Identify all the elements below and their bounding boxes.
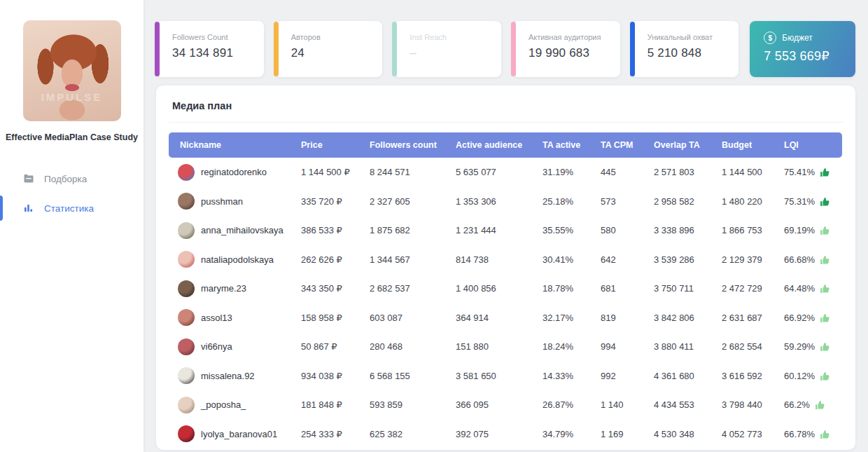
ta-cpm-cell: 819 (601, 313, 654, 323)
overlap-ta-cell: 2 958 582 (654, 196, 722, 207)
sidebar-item-podborka[interactable]: Подборка (0, 165, 144, 193)
cover-photo (23, 20, 121, 121)
stat-label: Followers Count (172, 33, 257, 41)
table-row[interactable]: _poposha_ 181 848 ₽ 593 859 366 095 26.8… (169, 390, 842, 420)
sidebar: IMPULSE Effective MediaPlan Case Study П… (0, 0, 144, 452)
avatar (178, 280, 195, 297)
stat-card-inst-reach: Inst Reach – (393, 21, 501, 77)
lqi-cell: 66.68% (784, 254, 842, 266)
overlap-ta-cell: 3 842 806 (654, 313, 722, 323)
budget-cell: 2 472 729 (722, 283, 784, 294)
active-audience-cell: 5 635 077 (456, 167, 542, 177)
table-row[interactable]: assol13 158 958 ₽ 603 087 364 914 32.17%… (169, 303, 842, 333)
ta-cpm-cell: 681 (601, 283, 654, 294)
ta-cpm-cell: 994 (601, 341, 654, 352)
avatar (178, 309, 195, 326)
budget-cell: 2 129 379 (722, 254, 784, 265)
lqi-cell: 64.48% (784, 282, 842, 294)
stat-value: – (410, 46, 494, 60)
active-audience-cell: 3 581 650 (456, 371, 542, 381)
active-audience-cell: 366 095 (456, 399, 542, 410)
cover-watermark: IMPULSE (23, 91, 121, 103)
overlap-ta-cell: 3 539 286 (654, 254, 722, 265)
stat-value: 19 990 683 (528, 46, 613, 60)
stat-card-unique-reach: Уникальный охват 5 210 848 (631, 21, 739, 77)
nickname: lyolya_baranova01 (201, 429, 277, 439)
case-cover-image: IMPULSE (23, 20, 121, 121)
table-body: reginatodorenko 1 144 500 ₽ 8 244 571 5 … (169, 158, 842, 448)
followers-cell: 2 682 537 (370, 283, 456, 294)
thumbs-up-icon (820, 313, 830, 324)
sidebar-nav: Подборка Статистика (0, 165, 144, 222)
thumbs-up-icon (820, 226, 830, 236)
price-cell: 181 848 ₽ (301, 399, 370, 410)
nickname: nataliapodolskaya (201, 254, 274, 265)
lqi-cell: 66.2% (784, 399, 842, 411)
thumbs-up-icon (820, 197, 830, 207)
stat-label: Авторов (291, 33, 376, 41)
panel-title: Медиа план (169, 96, 843, 123)
followers-cell: 1 875 682 (370, 225, 456, 235)
overlap-ta-cell: 2 571 803 (654, 167, 722, 177)
table-row[interactable]: missalena.92 934 038 ₽ 6 568 155 3 581 6… (169, 362, 842, 391)
nickname: _poposha_ (201, 399, 246, 410)
media-plan-panel: Медиа план NicknamePriceFollowers countA… (156, 85, 855, 450)
ta-active-cell: 35.55% (542, 225, 601, 235)
thumbs-up-icon (820, 284, 830, 294)
column-header: Followers count (370, 140, 456, 150)
sidebar-item-label: Подборка (44, 174, 87, 184)
budget-cell: 1 144 500 (722, 167, 784, 177)
price-cell: 343 350 ₽ (301, 283, 370, 294)
overlap-ta-cell: 3 338 896 (654, 225, 722, 235)
thumbs-up-icon (820, 371, 830, 382)
case-title: Effective MediaPlan Case Study (0, 132, 144, 142)
lqi-value: 64.48% (784, 283, 815, 294)
stat-card-authors: Авторов 24 (275, 21, 383, 77)
column-header: TA active (542, 140, 601, 150)
table-row[interactable]: anna_mihailovskaya 386 533 ₽ 1 875 682 1… (169, 216, 842, 245)
price-cell: 1 144 500 ₽ (301, 167, 370, 177)
budget-cell: 1 480 220 (722, 196, 784, 207)
stat-cards-row: Followers Count 34 134 891 Авторов 24 In… (156, 21, 855, 77)
followers-cell: 2 327 605 (370, 196, 456, 207)
stat-label: Бюджет (782, 33, 812, 43)
price-cell: 262 626 ₽ (301, 254, 370, 265)
followers-cell: 593 859 (370, 399, 456, 410)
lqi-value: 69.19% (784, 225, 815, 235)
accent-bar (274, 22, 279, 76)
stat-card-budget: $ Бюджет 7 553 669₽ (750, 21, 855, 77)
folder-icon (23, 173, 34, 184)
column-header: Active audience (456, 140, 542, 150)
budget-cell: 2 682 554 (722, 341, 784, 352)
stat-card-followers-count: Followers Count 34 134 891 (156, 21, 264, 77)
sidebar-item-label: Статистика (44, 203, 94, 214)
nickname: missalena.92 (201, 371, 255, 381)
lqi-cell: 75.41% (784, 166, 842, 178)
main-content: Followers Count 34 134 891 Авторов 24 In… (144, 0, 868, 452)
price-cell: 158 958 ₽ (301, 313, 370, 323)
avatar (178, 164, 195, 181)
table-row[interactable]: lyolya_baranova01 254 333 ₽ 625 382 392 … (169, 420, 842, 449)
table-row[interactable]: nataliapodolskaya 262 626 ₽ 1 344 567 81… (169, 245, 842, 275)
lqi-cell: 66.92% (784, 312, 842, 324)
stat-label: Активная аудитория (528, 33, 613, 41)
active-audience-cell: 814 738 (456, 254, 542, 265)
lqi-value: 66.2% (784, 399, 810, 410)
sidebar-item-statistika[interactable]: Статистика (0, 194, 144, 222)
ta-active-cell: 18.24% (542, 341, 601, 352)
overlap-ta-cell: 3 750 711 (654, 283, 722, 294)
nickname: reginatodorenko (201, 167, 267, 177)
table-row[interactable]: vi66nya 50 867 ₽ 280 468 151 880 18.24% … (169, 332, 842, 362)
thumbs-up-icon (820, 167, 830, 178)
column-header: Budget (722, 140, 784, 150)
ta-active-cell: 26.87% (542, 399, 601, 410)
column-header: Price (301, 140, 370, 150)
table-row[interactable]: pusshman 335 720 ₽ 2 327 605 1 353 306 2… (169, 187, 842, 217)
table-row[interactable]: reginatodorenko 1 144 500 ₽ 8 244 571 5 … (169, 158, 842, 187)
budget-cell: 3 616 592 (722, 371, 784, 381)
table-row[interactable]: maryme.23 343 350 ₽ 2 682 537 1 400 856 … (169, 274, 842, 303)
avatar (178, 193, 195, 210)
stat-label: Уникальный охват (648, 33, 732, 41)
ta-active-cell: 30.41% (542, 254, 601, 265)
avatar (178, 222, 195, 239)
